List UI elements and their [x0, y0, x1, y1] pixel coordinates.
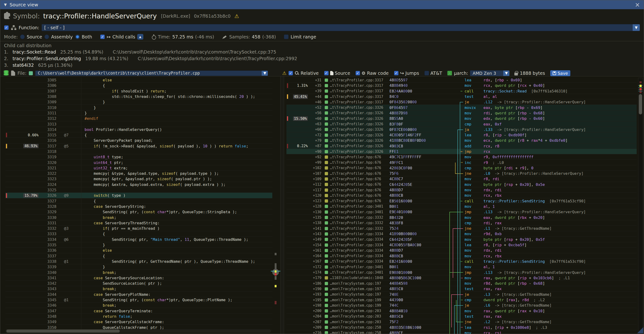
source-file-icon[interactable] [325, 150, 328, 153]
radio-both[interactable]: Both [75, 34, 92, 39]
asm-row[interactable]: +138…t\TracyProfiler.cpp:3332483BF8cmprd… [286, 220, 637, 226]
asm-source-location[interactable]: …t\TracyProfiler.cpp:3326 [330, 127, 390, 132]
asm-source-location[interactable]: …t\TracyProfiler.hpp:676 [330, 161, 390, 165]
asm-offset[interactable]: +63 [309, 122, 323, 126]
asm-offset[interactable]: +112 [309, 182, 323, 186]
source-line[interactable]: 3324 memcpy( &extra, &payload.extra, siz… [6, 182, 272, 187]
source-line[interactable]: 3323 memcpy( &ptr, &payload.ptr, sizeof(… [6, 176, 272, 182]
line-number[interactable]: 3337 [41, 254, 60, 258]
source-line[interactable]: 0.66%3315@7{ [6, 132, 272, 138]
asm-source-location[interactable]: …mon\TracySystem.cpp:197 [330, 287, 390, 291]
asm-offset[interactable]: +44 [309, 95, 323, 99]
asm-mnemonic[interactable]: lea [463, 325, 484, 330]
source-file-icon[interactable] [325, 95, 328, 98]
asm-source-location[interactable]: …t\TracyProfiler.cpp:3326 [330, 133, 390, 137]
pane-splitter[interactable] [280, 76, 284, 334]
line-number[interactable]: 3321 [41, 166, 60, 170]
line-number[interactable]: 3319 [41, 155, 60, 159]
line-number[interactable]: 3349 [41, 320, 60, 324]
line-number[interactable]: 3348 [41, 314, 60, 319]
source-file-icon[interactable] [325, 106, 328, 109]
asm-row[interactable]: +174…t\TracyProfiler.cpp:3401E9B8010000j… [286, 270, 637, 275]
asm-source-location[interactable]: …t\TracyProfiler.cpp:3332 [330, 226, 390, 231]
line-number[interactable]: 3340 [41, 270, 60, 275]
chevron-down-icon[interactable]: ▼ [503, 71, 510, 76]
asm-row[interactable]: +117…t\TracyProfiler.hpp:676488BD7movrdx… [286, 187, 637, 193]
line-number[interactable]: 3325 [41, 188, 60, 192]
line-number[interactable]: 3324 [41, 182, 60, 187]
asm-mnemonic[interactable]: je [463, 303, 484, 308]
source-file-icon[interactable] [325, 254, 328, 258]
asm-offset[interactable]: +172 [309, 265, 323, 269]
source-line[interactable]: 3327 { [6, 198, 272, 204]
source-line[interactable]: 3339 } [6, 264, 272, 270]
asm-source-location[interactable]: …t\TracyProfiler.hpp:676 [330, 199, 390, 203]
source-file-icon[interactable] [325, 276, 328, 280]
asm-row[interactable]: +90…t\TracyProfiler.cpp:3326FFE1←jmprcx [286, 149, 637, 154]
asm-row[interactable]: +179…1103\include\atomic:1048488B05B63C1… [286, 275, 637, 281]
source-line[interactable]: 3305 else [6, 77, 272, 83]
asm-offset[interactable]: +31 [309, 78, 323, 82]
source-line[interactable]: 3314bool Profiler::HandleServerQuery() [6, 127, 272, 132]
source-line[interactable]: 3312#endif [6, 116, 272, 121]
hscroll-thumb[interactable] [6, 330, 120, 333]
asm-offset[interactable]: +107 [309, 171, 323, 176]
function-checkbox[interactable] [4, 25, 9, 30]
source-line[interactable]: 3311} [6, 110, 272, 116]
asm-mnemonic[interactable]: ja [463, 127, 484, 132]
source-file-icon[interactable] [325, 287, 328, 291]
asm-row[interactable]: +123…t\TracyProfiler.hpp:676E850160000←c… [286, 198, 637, 204]
asm-source-location[interactable]: …mon\TracySystem.cpp:199 [330, 298, 390, 302]
resize-grip[interactable] [637, 327, 643, 333]
source-checkbox[interactable] [324, 71, 329, 75]
asm-mnemonic[interactable]: call [463, 199, 484, 203]
asm-offset[interactable]: +99 [309, 161, 323, 165]
line-number[interactable]: 3308 [41, 94, 60, 99]
source-line[interactable]: 3340 break; [6, 270, 272, 275]
asm-offset[interactable]: +109 [309, 177, 323, 181]
asm-mnemonic[interactable]: lea [463, 78, 484, 82]
source-line[interactable]: 3309 } [6, 99, 272, 105]
asm-mnemonic[interactable]: lea [463, 133, 484, 137]
line-number[interactable]: 3344 [41, 292, 60, 297]
radio-source[interactable]: Source [20, 34, 42, 39]
source-line[interactable]: 3325 [6, 187, 272, 193]
line-number[interactable]: 3323 [41, 177, 60, 181]
asm-row[interactable]: +190…mon\TracySystem.cpp:1974885C0testra… [286, 286, 637, 292]
asm-source-location[interactable]: …t\TracyProfiler.hpp:676 [330, 177, 390, 181]
asm-offset[interactable]: +102 [309, 166, 323, 170]
asm-source-location[interactable]: …t\TracyProfiler.hpp:676 [330, 166, 390, 170]
asm-offset[interactable]: +154 [309, 243, 323, 247]
asm-mnemonic[interactable]: mov [463, 188, 484, 192]
asm-mnemonic[interactable]: mov [463, 248, 484, 253]
asm-offset[interactable]: +161 [309, 248, 323, 253]
asm-row[interactable]: +143…t\TracyProfiler.cpp:333441B90B00000… [286, 231, 637, 237]
asm-source-location[interactable]: …mon\TracySystem.cpp:203 [330, 320, 390, 324]
asm-source-location[interactable]: …t\TracyProfiler.cpp:3401 [330, 270, 390, 275]
source-file-icon[interactable] [325, 172, 328, 175]
asm-row[interactable]: 0.22%+87…t\TracyProfiler.cpp:33264903C8a… [286, 144, 637, 149]
source-file-icon[interactable] [325, 210, 328, 214]
source-line[interactable]: 3345@1 SendString( ptr, (const char*)ptr… [6, 297, 272, 303]
asm-row[interactable]: 45.41%+44…t\TracyProfiler.cpp:331784C0te… [286, 94, 637, 99]
source-file-icon[interactable] [325, 326, 328, 329]
child-call-name[interactable]: tracy::Socket::Read [12, 49, 56, 54]
asm-offset[interactable]: +35 [309, 83, 323, 88]
asm-source-location[interactable]: …mon\TracySystem.cpp:199 [330, 303, 390, 308]
asm-mnemonic[interactable]: cmp [463, 122, 484, 126]
asm-offset[interactable]: +200 [309, 309, 323, 313]
source-file-icon[interactable] [325, 309, 328, 313]
asm-offset[interactable]: +39 [309, 89, 323, 93]
asm-mnemonic[interactable]: jne [463, 171, 484, 176]
source-line[interactable]: 3333 { [6, 231, 272, 237]
asm-mnemonic[interactable]: mov [463, 309, 484, 313]
document-icon[interactable] [11, 71, 15, 76]
asm-source-location[interactable]: …t\TracyProfiler.cpp:3326 [330, 139, 390, 143]
child-call-row[interactable]: 1.tracy::Socket::Read25.25 ms (54.89%)C:… [4, 49, 644, 55]
asm-source-location[interactable]: …1103\include\atomic:1048 [330, 276, 390, 280]
asm-row[interactable]: +102…t\TracyProfiler.hpp:67642803C0F00cm… [286, 165, 637, 171]
asm-source-location[interactable]: …t\TracyProfiler.cpp:3332 [330, 221, 390, 225]
asm-mnemonic[interactable]: call [463, 259, 484, 264]
asm-offset[interactable]: +120 [309, 193, 323, 198]
source-file-icon[interactable] [325, 298, 328, 302]
